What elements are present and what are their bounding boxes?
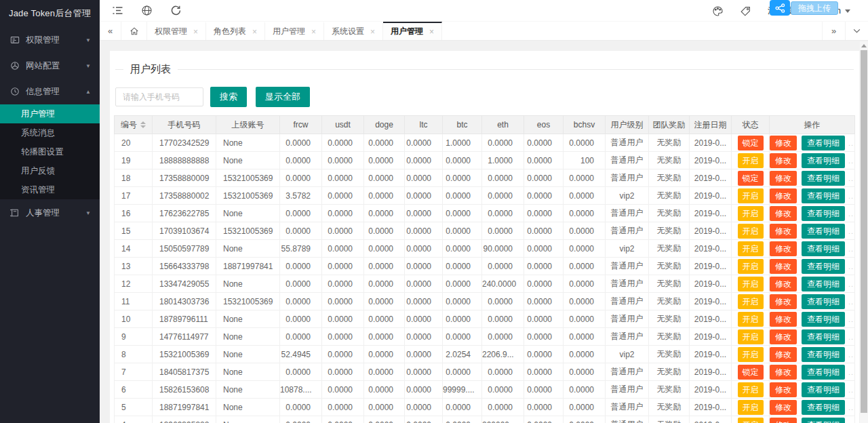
sidebar-item-hr[interactable]: 人事管理 ▼ <box>0 200 100 226</box>
table-cell: 0.0000 <box>322 134 364 152</box>
status-open-button[interactable]: 开启 <box>738 347 764 362</box>
modify-button[interactable]: 修改 <box>770 400 797 415</box>
phone-search-input[interactable] <box>115 87 203 106</box>
table-row: 1315664333798188719978410.00000.00000.00… <box>115 258 855 275</box>
modify-button[interactable]: 修改 <box>770 347 797 362</box>
sidebar-item-site-config[interactable]: 网站配置 ▼ <box>0 53 100 79</box>
status-open-button[interactable]: 开启 <box>738 400 764 415</box>
close-icon[interactable]: × <box>429 28 434 36</box>
tab-label: 系统设置 <box>332 26 364 37</box>
table-cell: 普通用户 <box>606 258 649 275</box>
modify-button[interactable]: 修改 <box>770 206 797 221</box>
status-open-button[interactable]: 开启 <box>738 382 764 397</box>
view-detail-button[interactable]: 查看明细 <box>802 347 845 362</box>
status-open-button[interactable]: 开启 <box>738 312 764 327</box>
view-detail-button[interactable]: 查看明细 <box>802 259 845 274</box>
sidebar-item-news-management[interactable]: 资讯管理 <box>0 180 100 199</box>
status-open-button[interactable]: 开启 <box>738 259 764 274</box>
modify-button[interactable]: 修改 <box>770 312 797 327</box>
theme-palette-icon[interactable] <box>712 5 724 17</box>
status-open-button[interactable]: 开启 <box>738 241 764 256</box>
tab-user-management-active[interactable]: 用户管理× <box>383 22 442 40</box>
close-icon[interactable]: × <box>193 28 198 36</box>
close-icon[interactable]: × <box>252 28 257 36</box>
search-row: 搜索 显示全部 <box>115 87 855 107</box>
modify-button[interactable]: 修改 <box>770 188 797 203</box>
view-detail-button[interactable]: 查看明细 <box>802 277 845 291</box>
view-detail-button[interactable]: 查看明细 <box>802 329 845 344</box>
status-locked-button[interactable]: 锁定 <box>738 136 764 150</box>
view-detail-button[interactable]: 查看明细 <box>802 294 845 309</box>
show-all-button[interactable]: 显示全部 <box>256 87 310 107</box>
status-locked-button[interactable]: 锁定 <box>738 365 764 380</box>
view-detail-button[interactable]: 查看明细 <box>802 400 845 415</box>
tabs-scroll-left-button[interactable]: « <box>100 22 121 40</box>
globe-icon[interactable] <box>141 5 153 16</box>
view-detail-button[interactable]: 查看明细 <box>802 241 845 256</box>
status-open-button[interactable]: 开启 <box>738 418 764 423</box>
topbar: 清除缓存 admin 拖拽上传 <box>100 0 868 22</box>
modify-button[interactable]: 修改 <box>770 277 797 291</box>
table-cell: 2019-0... <box>690 328 732 346</box>
table-row: 914776114977None0.00000.00000.00000.0000… <box>115 328 855 346</box>
view-detail-button[interactable]: 查看明细 <box>802 136 845 150</box>
modify-button[interactable]: 修改 <box>770 259 797 274</box>
tab-user-management-1[interactable]: 用户管理× <box>265 22 324 40</box>
sort-icon[interactable] <box>140 121 146 128</box>
modify-button[interactable]: 修改 <box>770 294 797 309</box>
table-cell: 3.5782 <box>280 187 322 205</box>
view-detail-button[interactable]: 查看明细 <box>802 206 845 221</box>
scrollbar-thumb[interactable] <box>861 50 867 413</box>
view-detail-button[interactable]: 查看明细 <box>802 382 845 397</box>
tab-system-settings[interactable]: 系统设置× <box>324 22 383 40</box>
modify-button[interactable]: 修改 <box>770 382 797 397</box>
tab-permission[interactable]: 权限管理× <box>147 22 206 40</box>
modify-button[interactable]: 修改 <box>770 241 797 256</box>
tabs-scroll-right-button[interactable]: » <box>822 22 845 40</box>
view-detail-button[interactable]: 查看明细 <box>802 188 845 203</box>
view-detail-button[interactable]: 查看明细 <box>802 312 845 327</box>
sidebar-item-carousel-settings[interactable]: 轮播图设置 <box>0 142 100 161</box>
modify-button[interactable]: 修改 <box>770 365 797 380</box>
home-tab[interactable] <box>121 22 147 40</box>
view-detail-button[interactable]: 查看明细 <box>802 224 845 239</box>
view-detail-button[interactable]: 查看明细 <box>802 418 845 423</box>
modify-button[interactable]: 修改 <box>770 329 797 344</box>
sidebar-item-user-feedback[interactable]: 用户反馈 <box>0 161 100 180</box>
sidebar-item-system-messages[interactable]: 系统消息 <box>0 123 100 142</box>
status-open-button[interactable]: 开启 <box>738 329 764 344</box>
vertical-scrollbar[interactable] <box>860 41 868 423</box>
view-detail-button[interactable]: 查看明细 <box>802 171 845 186</box>
modify-button[interactable]: 修改 <box>770 136 797 150</box>
tabs-menu-button[interactable] <box>845 22 868 40</box>
view-detail-button[interactable]: 查看明细 <box>802 153 845 168</box>
status-open-button[interactable]: 开启 <box>738 188 764 203</box>
status-open-button[interactable]: 开启 <box>738 277 764 291</box>
sidebar-item-info[interactable]: 信息管理 ▲ <box>0 79 100 104</box>
status-open-button[interactable]: 开启 <box>738 224 764 239</box>
scroll-up-arrow-icon[interactable] <box>861 44 867 47</box>
modify-button[interactable]: 修改 <box>770 418 797 423</box>
table-cell: 17358880009 <box>153 169 216 187</box>
status-locked-button[interactable]: 锁定 <box>738 171 764 186</box>
tab-label: 权限管理 <box>155 26 187 37</box>
tab-role-list[interactable]: 角色列表× <box>206 22 265 40</box>
column-header[interactable]: 编号 <box>115 116 153 134</box>
modify-button[interactable]: 修改 <box>770 171 797 186</box>
close-icon[interactable]: × <box>311 28 316 36</box>
status-open-button[interactable]: 开启 <box>738 294 764 309</box>
drag-upload-widget[interactable]: 拖拽上传 <box>770 0 838 16</box>
table-cell: None <box>216 381 280 399</box>
modify-button[interactable]: 修改 <box>770 153 797 168</box>
view-detail-button[interactable]: 查看明细 <box>802 365 845 380</box>
refresh-icon[interactable] <box>170 5 182 16</box>
sidebar-item-user-management[interactable]: 用户管理 <box>0 104 100 123</box>
sidebar-item-permission[interactable]: 权限管理 ▼ <box>0 27 100 53</box>
status-open-button[interactable]: 开启 <box>738 206 764 221</box>
search-button[interactable]: 搜索 <box>210 87 247 107</box>
modify-button[interactable]: 修改 <box>770 224 797 239</box>
collapse-menu-icon[interactable] <box>112 5 123 16</box>
close-icon[interactable]: × <box>370 28 375 36</box>
tag-icon[interactable] <box>740 5 751 17</box>
status-open-button[interactable]: 开启 <box>738 153 764 168</box>
